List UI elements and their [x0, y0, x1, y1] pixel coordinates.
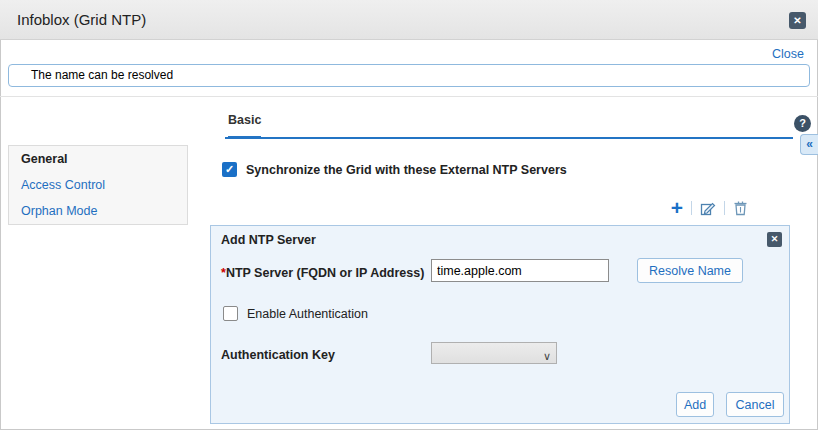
enable-auth-label: Enable Authentication — [247, 307, 368, 321]
auth-key-select[interactable]: ∨ — [431, 342, 557, 364]
delete-icon[interactable] — [733, 200, 748, 216]
add-button[interactable]: Add — [676, 392, 714, 417]
close-link[interactable]: Close — [772, 47, 804, 61]
edit-icon[interactable] — [700, 200, 716, 216]
auth-key-label: Authentication Key — [221, 348, 335, 362]
tab-basic[interactable]: Basic — [228, 113, 261, 139]
sidebar-item-orphan-mode[interactable]: Orphan Mode — [9, 198, 187, 224]
add-ntp-server-panel: Add NTP Server ✕ *NTP Server (FQDN or IP… — [210, 225, 790, 424]
sidebar: General Access Control Orphan Mode — [8, 145, 188, 225]
help-icon[interactable]: ? — [794, 115, 811, 132]
ntp-server-label: *NTP Server (FQDN or IP Address) — [221, 266, 424, 280]
dialog-title: Infoblox (Grid NTP) — [17, 11, 146, 28]
panel-close-icon[interactable]: ✕ — [767, 232, 782, 247]
section-divider — [0, 96, 818, 97]
sync-ntp-checkbox[interactable]: ✓ — [222, 162, 237, 177]
add-ntp-server-icon[interactable]: + — [671, 200, 683, 216]
action-separator — [724, 201, 725, 215]
sidebar-item-general[interactable]: General — [9, 146, 187, 172]
status-message: The name can be resolved — [8, 64, 810, 87]
action-separator — [691, 201, 692, 215]
dialog-infoblox-grid-ntp: Infoblox (Grid NTP) ✕ Close The name can… — [0, 0, 818, 430]
enable-auth-checkbox[interactable] — [223, 306, 238, 321]
chevron-down-icon: ∨ — [543, 346, 551, 366]
cancel-button[interactable]: Cancel — [726, 392, 784, 417]
panel-title: Add NTP Server — [221, 233, 316, 247]
ntp-server-input[interactable] — [431, 259, 609, 282]
titlebar: Infoblox (Grid NTP) ✕ — [0, 0, 818, 40]
tab-underline — [225, 137, 793, 139]
ntp-server-actions: + — [210, 198, 790, 218]
dialog-close-icon[interactable]: ✕ — [789, 12, 806, 29]
resolve-name-button[interactable]: Resolve Name — [637, 258, 743, 283]
sync-ntp-label: Synchronize the Grid with these External… — [246, 163, 567, 177]
collapse-panel-icon[interactable]: « — [800, 134, 818, 155]
enable-auth-row: Enable Authentication — [223, 306, 368, 321]
sidebar-item-access-control[interactable]: Access Control — [9, 172, 187, 198]
sync-ntp-row: ✓ Synchronize the Grid with these Extern… — [222, 162, 567, 177]
